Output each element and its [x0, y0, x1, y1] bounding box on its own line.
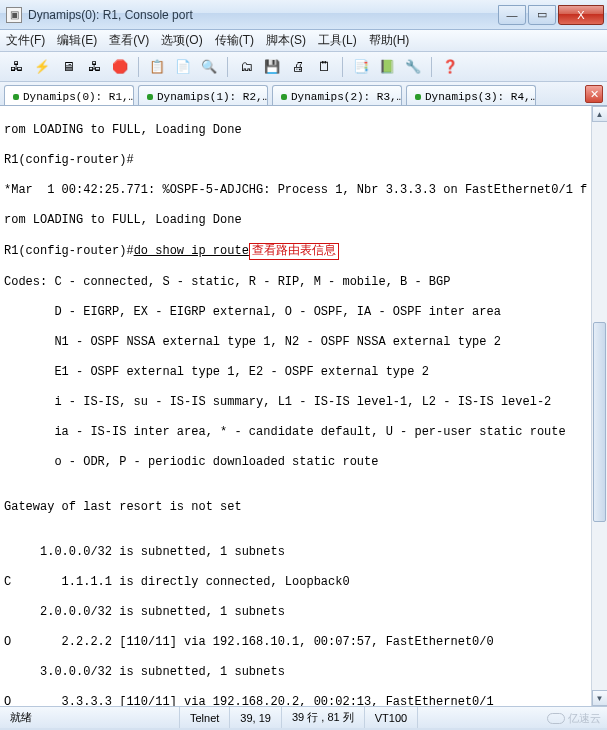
status-dimensions: 39 行 , 81 列 [282, 707, 365, 728]
route-line: C 1.1.1.1 is directly connected, Loopbac… [4, 575, 587, 590]
window-buttons: — ▭ X [496, 5, 604, 25]
terminal-line: i - IS-IS, su - IS-IS summary, L1 - IS-I… [4, 395, 587, 410]
statusbar: 就绪 Telnet 39, 19 39 行 , 81 列 VT100 [0, 706, 607, 728]
status-dot-icon [281, 94, 287, 100]
tab-r2[interactable]: Dynamips(1): R2,… [138, 85, 268, 105]
scroll-thumb[interactable] [593, 322, 606, 522]
watermark-text: 亿速云 [568, 711, 601, 726]
toolbar-sep [227, 57, 228, 77]
print-icon[interactable]: 🖨 [288, 57, 308, 77]
menu-view[interactable]: 查看(V) [109, 32, 149, 49]
tab-label: Dynamips(0): R1,… [23, 91, 134, 103]
toolbar-sep [431, 57, 432, 77]
toolbar-sep [342, 57, 343, 77]
menu-script[interactable]: 脚本(S) [266, 32, 306, 49]
route-line: 3.0.0.0/32 is subnetted, 1 subnets [4, 665, 587, 680]
status-dot-icon [147, 94, 153, 100]
maximize-button[interactable]: ▭ [528, 5, 556, 25]
menu-edit[interactable]: 编辑(E) [57, 32, 97, 49]
paste-icon[interactable]: 📄 [173, 57, 193, 77]
quick-connect-icon[interactable]: ⚡ [32, 57, 52, 77]
save-icon[interactable]: 💾 [262, 57, 282, 77]
titlebar: ▣ Dynamips(0): R1, Console port — ▭ X [0, 0, 607, 30]
minimize-button[interactable]: — [498, 5, 526, 25]
terminal-line: Gateway of last resort is not set [4, 500, 587, 515]
tab-r3[interactable]: Dynamips(2): R3,… [272, 85, 402, 105]
route-line: 2.0.0.0/32 is subnetted, 1 subnets [4, 605, 587, 620]
terminal-line: R1(config-router)# [4, 153, 587, 168]
app-icon: ▣ [6, 7, 22, 23]
terminal-line: o - ODR, P - periodic downloaded static … [4, 455, 587, 470]
command-text: do show ip route [134, 244, 249, 258]
route-line: O 2.2.2.2 [110/11] via 192.168.10.1, 00:… [4, 635, 587, 650]
menubar: 文件(F) 编辑(E) 查看(V) 选项(O) 传输(T) 脚本(S) 工具(L… [0, 30, 607, 52]
scroll-track[interactable] [592, 122, 607, 690]
tab-r4[interactable]: Dynamips(3): R4,… [406, 85, 536, 105]
tab-label: Dynamips(2): R3,… [291, 91, 402, 103]
session-manager-icon[interactable]: 🖧 [6, 57, 26, 77]
scroll-up-icon[interactable]: ▲ [592, 106, 608, 122]
help-icon[interactable]: ❓ [440, 57, 460, 77]
scroll-down-icon[interactable]: ▼ [592, 690, 608, 706]
reconnect-icon[interactable]: 🖥 [58, 57, 78, 77]
log-icon[interactable]: 🗒 [314, 57, 334, 77]
terminal-cmd-line: R1(config-router)#do show ip route查看路由表信… [4, 243, 587, 260]
status-protocol: Telnet [180, 707, 230, 728]
script-icon[interactable]: 📑 [351, 57, 371, 77]
watermark: 亿速云 [547, 711, 601, 726]
copy-icon[interactable]: 📋 [147, 57, 167, 77]
terminal-line: E1 - OSPF external type 1, E2 - OSPF ext… [4, 365, 587, 380]
toolbar-sep [138, 57, 139, 77]
annotation-view-route: 查看路由表信息 [249, 243, 339, 260]
menu-help[interactable]: 帮助(H) [369, 32, 410, 49]
terminal-line: Codes: C - connected, S - static, R - RI… [4, 275, 587, 290]
cloud-icon [547, 713, 565, 724]
window-title: Dynamips(0): R1, Console port [28, 8, 496, 22]
disconnect-icon[interactable]: 🛑 [110, 57, 130, 77]
search-icon[interactable]: 🔍 [199, 57, 219, 77]
terminal-line: ia - IS-IS inter area, * - candidate def… [4, 425, 587, 440]
toolbar: 🖧 ⚡ 🖥 🖧 🛑 📋 📄 🔍 🗂 💾 🖨 🗒 📑 📗 🔧 ❓ [0, 52, 607, 82]
status-term-type: VT100 [365, 707, 418, 728]
menu-file[interactable]: 文件(F) [6, 32, 45, 49]
vertical-scrollbar[interactable]: ▲ ▼ [591, 106, 607, 706]
keymap-icon[interactable]: 📗 [377, 57, 397, 77]
tab-r1[interactable]: Dynamips(0): R1,… [4, 85, 134, 105]
route-line: 1.0.0.0/32 is subnetted, 1 subnets [4, 545, 587, 560]
status-dot-icon [415, 94, 421, 100]
terminal-line: N1 - OSPF NSSA external type 1, N2 - OSP… [4, 335, 587, 350]
terminal-line: *Mar 1 00:42:25.771: %OSPF-5-ADJCHG: Pro… [4, 183, 587, 198]
status-spacer [418, 707, 438, 728]
terminal-line: D - EIGRP, EX - EIGRP external, O - OSPF… [4, 305, 587, 320]
route-line: O 3.3.3.3 [110/11] via 192.168.20.2, 00:… [4, 695, 587, 706]
close-button[interactable]: X [558, 5, 604, 25]
terminal-line: rom LOADING to FULL, Loading Done [4, 213, 587, 228]
menu-options[interactable]: 选项(O) [161, 32, 202, 49]
folder-icon[interactable]: 🗂 [236, 57, 256, 77]
menu-tools[interactable]: 工具(L) [318, 32, 357, 49]
status-ready: 就绪 [0, 707, 180, 728]
tab-close-button[interactable]: ✕ [585, 85, 603, 103]
terminal-area: rom LOADING to FULL, Loading Done R1(con… [0, 106, 607, 706]
terminal[interactable]: rom LOADING to FULL, Loading Done R1(con… [0, 106, 591, 706]
status-cursor-pos: 39, 19 [230, 707, 282, 728]
status-dot-icon [13, 94, 19, 100]
tab-label: Dynamips(1): R2,… [157, 91, 268, 103]
tab-label: Dynamips(3): R4,… [425, 91, 536, 103]
options-icon[interactable]: 🔧 [403, 57, 423, 77]
menu-transfer[interactable]: 传输(T) [215, 32, 254, 49]
terminal-line: rom LOADING to FULL, Loading Done [4, 123, 587, 138]
connect-icon[interactable]: 🖧 [84, 57, 104, 77]
tabbar: Dynamips(0): R1,… Dynamips(1): R2,… Dyna… [0, 82, 607, 106]
